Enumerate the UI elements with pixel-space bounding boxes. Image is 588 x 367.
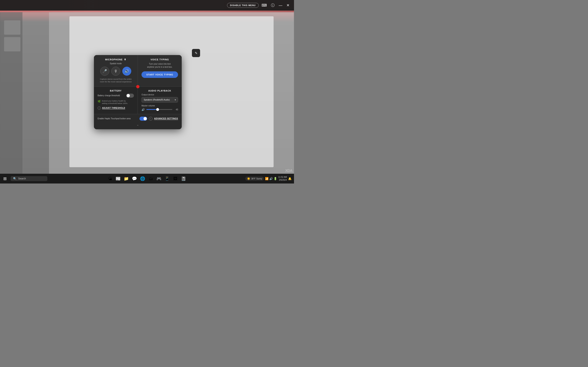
master-volume-label: Master volume [141, 105, 178, 107]
volume-slider-thumb [156, 108, 159, 111]
network-icon[interactable]: 📶 [265, 177, 268, 180]
mic-mode-buttons: 🎤 🎙 🔊 [98, 67, 134, 76]
taskbar-app-onenote[interactable]: 📓 [180, 175, 187, 182]
taskbar: ⊞ 🔍 Search 🌤 📰 📁 💬 🌐 🗂 🎮 📱 🖼 📓 ☀️ 38°F S… [0, 174, 294, 184]
volume-sys-icon[interactable]: 🔊 [269, 177, 273, 180]
minimize-button[interactable]: — [277, 2, 284, 9]
minimize-icon: — [279, 3, 282, 8]
xda-watermark: XDA [285, 169, 292, 173]
taskbar-app-photo[interactable]: 🖼 [172, 175, 179, 182]
search-text: Search [18, 177, 26, 180]
battery-threshold-toggle[interactable] [126, 94, 134, 98]
info-button[interactable]: ⓘ [270, 2, 276, 9]
weather-icon: ☀️ [247, 177, 250, 180]
clock-date: 2/6/2024 [278, 179, 287, 182]
spatial-mode-label: Spatial mode [98, 62, 134, 65]
battery-threshold-label: Battery charge threshold [98, 94, 120, 97]
output-device-select[interactable]: Speakers (Realtek(R) Audio) ▾ [141, 97, 178, 103]
sidebar-thumb-2 [4, 37, 20, 51]
voice-typing-section: VOICE TYPING Turn your voice into text a… [138, 55, 182, 87]
taskbar-app-explorer[interactable]: 🗂 [147, 175, 155, 182]
taskbar-app-game[interactable]: 🎮 [155, 175, 163, 182]
taskbar-apps: 🌤 📰 📁 💬 🌐 🗂 🎮 📱 🖼 📓 [48, 175, 245, 182]
volume-row: 🔊 43 [141, 108, 178, 111]
taskbar-search[interactable]: 🔍 Search [11, 176, 47, 181]
microphone-title: MICROPHONE 🎙 [98, 58, 134, 61]
microphone-icon: 🎙 [124, 58, 126, 61]
adjust-threshold-row: i ADJUST THRESHOLD [98, 106, 134, 110]
output-device-value: Speakers (Realtek(R) Audio) [144, 99, 170, 101]
start-voice-typing-button[interactable]: START VOICE TYPING [141, 71, 178, 78]
taskbar-app-widgets[interactable]: 🌤 [106, 175, 114, 182]
sidebar-thumb-1 [4, 20, 20, 35]
settings-popup-panel: MICROPHONE 🎙 Spatial mode 🎤 🎙 🔊 Capture … [94, 55, 182, 129]
red-dot-indicator [136, 85, 139, 88]
mic-mode-basic[interactable]: 🎤 [100, 67, 109, 76]
voice-typing-description: Turn your voice into text anytime you're… [141, 62, 178, 68]
haptic-label: Enable Haptic Touchpad button area [98, 117, 138, 120]
volume-slider[interactable] [146, 109, 172, 110]
battery-info-row: 🌿 Extend your battery health by setting … [98, 100, 134, 105]
start-button[interactable]: ⊞ [0, 174, 10, 184]
sidebar-thumbnails [4, 20, 20, 51]
close-icon: ✕ [286, 3, 290, 8]
weather-temp: 38°F [251, 178, 255, 180]
notification-icon[interactable]: 🔔 [288, 177, 292, 180]
volume-slider-fill [146, 109, 158, 110]
info-icon: ⓘ [271, 3, 275, 8]
adjust-threshold-link[interactable]: ADJUST THRESHOLD [102, 107, 125, 109]
taskbar-app-news[interactable]: 📰 [114, 175, 122, 182]
panel-grid: MICROPHONE 🎙 Spatial mode 🎤 🎙 🔊 Capture … [94, 55, 182, 129]
feedback-icon: ⌨ [261, 3, 267, 8]
weather-badge[interactable]: ☀️ 38°F Sunny [245, 176, 264, 181]
mic-mode-stereo[interactable]: 🎙 [111, 67, 120, 76]
audio-title: AUDIO PLAYBACK [141, 90, 178, 92]
battery-sys-icon[interactable]: 🔋 [274, 177, 277, 180]
microphone-section: MICROPHONE 🎙 Spatial mode 🎤 🎙 🔊 Capture … [94, 55, 138, 87]
chevron-down-icon: ▾ [175, 99, 176, 101]
volume-icon: 🔊 [141, 108, 145, 111]
taskbar-app-android[interactable]: 📱 [164, 175, 171, 182]
edit-icon: ✎ [195, 51, 198, 55]
haptic-toggle[interactable] [139, 117, 147, 121]
battery-threshold-row: Battery charge threshold [98, 94, 134, 98]
leaf-icon: 🌿 [98, 100, 101, 103]
battery-info-text: Extend your battery health by setting a … [102, 100, 128, 105]
windows-icon: ⊞ [3, 176, 7, 181]
search-icon: 🔍 [13, 177, 17, 180]
top-menu-bar: DISABLE THIS MENU ⌨ ⓘ — ✕ [0, 0, 294, 11]
mic-mode-surround[interactable]: 🔊 [122, 67, 131, 76]
volume-value: 43 [174, 108, 178, 111]
collapse-arrow-row: ⌃ [94, 123, 182, 129]
output-device-label: Output device [141, 94, 178, 96]
feedback-button[interactable]: ⌨ [260, 2, 268, 9]
clock-time: 11:52 AM [278, 176, 287, 179]
collapse-chevron-icon[interactable]: ⌃ [137, 124, 139, 128]
edit-float-button[interactable]: ✎ [192, 49, 200, 57]
adjust-info-icon: i [98, 106, 101, 110]
haptic-row: Enable Haptic Touchpad button area i ADV… [94, 114, 182, 123]
battery-section: BATTERY Battery charge threshold 🌿 Exten… [94, 87, 138, 114]
taskbar-app-folder[interactable]: 📁 [123, 175, 130, 182]
toggle-knob [127, 94, 130, 97]
close-button[interactable]: ✕ [285, 2, 291, 9]
taskbar-right: ☀️ 38°F Sunny 📶 🔊 🔋 11:52 AM 2/6/2024 🔔 [245, 176, 294, 182]
clock[interactable]: 11:52 AM 2/6/2024 [278, 176, 287, 182]
audio-playback-section: AUDIO PLAYBACK Output device Speakers (R… [138, 87, 182, 114]
taskbar-app-teams[interactable]: 💬 [131, 175, 138, 182]
advanced-settings-link[interactable]: ADVANCED SETTINGS [154, 117, 178, 120]
mic-description: Capture stereo sound from the entire roo… [98, 78, 134, 83]
taskbar-app-browser[interactable]: 🌐 [139, 175, 146, 182]
battery-title: BATTERY [98, 90, 134, 92]
disable-menu-button[interactable]: DISABLE THIS MENU [227, 3, 259, 8]
voice-typing-title: VOICE TYPING [141, 58, 178, 61]
haptic-info-button[interactable]: i [149, 117, 153, 120]
weather-condition: Sunny [256, 178, 262, 180]
system-icons: 📶 🔊 🔋 [265, 177, 277, 180]
haptic-toggle-knob [144, 117, 147, 120]
